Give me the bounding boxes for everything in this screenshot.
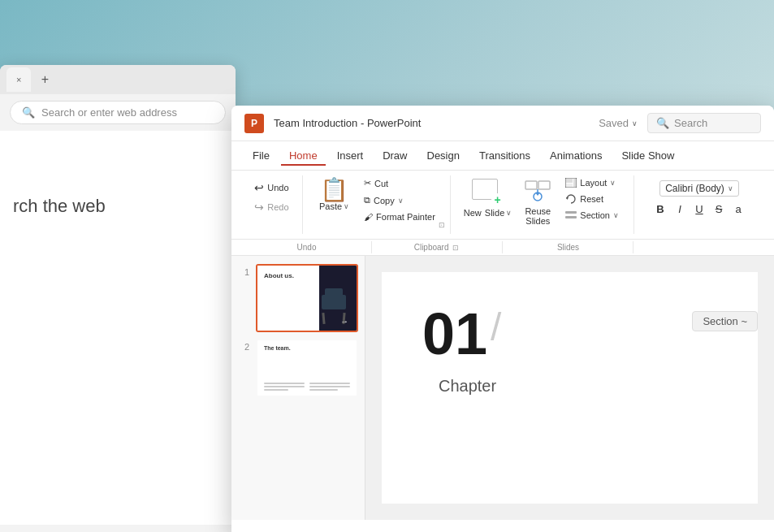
slide-sublabel: Slide bbox=[485, 208, 504, 218]
paste-button[interactable]: 📋 Paste ∨ bbox=[313, 175, 356, 224]
layout-button[interactable]: Layout ∨ bbox=[560, 175, 624, 190]
undo-button[interactable]: ↩ Undo bbox=[249, 179, 293, 197]
col-line bbox=[309, 386, 350, 387]
slide-number-2: 2 bbox=[238, 339, 249, 352]
format-painter-button[interactable]: 🖌 Format Painter bbox=[359, 210, 440, 224]
browser-search-icon: 🔍 bbox=[22, 106, 35, 119]
paste-label-row: Paste ∨ bbox=[319, 201, 349, 211]
ppt-search-icon: 🔍 bbox=[656, 117, 669, 129]
new-slide-chevron: ∨ bbox=[506, 209, 512, 217]
slide-thumbnail-1[interactable]: About us. → bbox=[256, 264, 358, 332]
col-line bbox=[309, 383, 350, 384]
clipboard-small-buttons: ✂ Cut ⧉ Copy ∨ 🖌 Format Painter bbox=[359, 175, 440, 224]
clipboard-buttons: 📋 Paste ∨ ✂ Cut ⧉ Copy ∨ bbox=[313, 175, 440, 224]
new-slide-button[interactable]: + New Slide ∨ bbox=[461, 175, 515, 221]
font-color-button[interactable]: a bbox=[729, 200, 747, 218]
slide-chapter-label: Chapter bbox=[439, 377, 496, 395]
strikethrough-button[interactable]: S bbox=[710, 200, 728, 218]
svg-rect-10 bbox=[565, 211, 577, 214]
ppt-title: Team Introduction - PowerPoint bbox=[274, 117, 589, 129]
layout-label: Layout bbox=[580, 178, 607, 188]
browser-new-tab-button[interactable]: + bbox=[34, 69, 55, 90]
label-undo: Undo bbox=[241, 241, 372, 253]
menu-item-transitions[interactable]: Transitions bbox=[471, 146, 538, 165]
slide-chapter-number: 01 bbox=[422, 305, 487, 363]
layout-section-group: Layout ∨ Reset Section ∨ bbox=[560, 175, 624, 223]
new-label: New bbox=[464, 208, 482, 218]
browser-tab-close[interactable]: × bbox=[16, 75, 21, 84]
thumb-team-text: The team. bbox=[264, 345, 291, 351]
menu-item-insert[interactable]: Insert bbox=[329, 146, 372, 165]
cut-label: Cut bbox=[374, 179, 388, 188]
clipboard-expand[interactable]: ⊡ bbox=[437, 216, 447, 231]
menu-item-design[interactable]: Design bbox=[419, 146, 468, 165]
slide-canvas: 01 / Chapter Section ~ bbox=[382, 272, 758, 504]
reset-button[interactable]: Reset bbox=[560, 192, 624, 206]
clipboard-expand-label[interactable]: ⊡ bbox=[451, 244, 461, 252]
ribbon-font-group: Calibri (Body) ∨ B I U S a bbox=[634, 175, 764, 234]
copy-button[interactable]: ⧉ Copy ∨ bbox=[359, 192, 440, 208]
cut-button[interactable]: ✂ Cut bbox=[359, 175, 440, 191]
thumb-col-2 bbox=[309, 383, 350, 392]
reuse-label: Reuse Slides bbox=[525, 206, 551, 226]
col-line bbox=[264, 386, 305, 387]
copy-label: Copy bbox=[374, 196, 395, 205]
slide-plus-bg: + bbox=[491, 193, 504, 206]
col-line bbox=[264, 383, 305, 384]
browser-tab-bar: × + bbox=[0, 65, 236, 94]
slide-number-1: 1 bbox=[238, 264, 249, 277]
section-button[interactable]: Section ∨ bbox=[560, 208, 624, 223]
font-selector[interactable]: Calibri (Body) ∨ bbox=[659, 180, 739, 197]
reuse-slides-button[interactable]: Reuse Slides bbox=[520, 175, 556, 229]
section-icon bbox=[565, 210, 577, 220]
section-label-overlay[interactable]: Section ~ bbox=[692, 311, 758, 331]
font-chevron: ∨ bbox=[728, 184, 733, 192]
layout-chevron: ∨ bbox=[610, 179, 616, 187]
browser-address-bar[interactable]: 🔍 Search or enter web address bbox=[10, 101, 226, 124]
ribbon-clipboard-group: 📋 Paste ∨ ✂ Cut ⧉ Copy ∨ bbox=[303, 175, 451, 234]
redo-label: Redo bbox=[267, 202, 288, 212]
slide-image-1: About us. → bbox=[257, 266, 357, 331]
ppt-titlebar: P Team Introduction - PowerPoint Saved ∨… bbox=[231, 106, 774, 141]
ribbon-slides-group: + New Slide ∨ bbox=[451, 175, 634, 234]
label-clipboard: Clipboard ⊡ bbox=[372, 241, 503, 253]
slides-buttons: + New Slide ∨ bbox=[461, 175, 624, 229]
redo-icon: ↪ bbox=[254, 201, 264, 214]
thumb-about-text: About us. bbox=[264, 272, 294, 279]
section-chevron: ∨ bbox=[613, 211, 619, 219]
thumb-arrow: → bbox=[340, 317, 348, 326]
ppt-search-box[interactable]: 🔍 Search bbox=[647, 113, 761, 133]
browser-tab[interactable]: × bbox=[6, 67, 31, 92]
label-font bbox=[633, 246, 764, 249]
section-overlay-text: Section ~ bbox=[703, 315, 747, 327]
chair-leg-1 bbox=[322, 313, 325, 324]
menu-item-animations[interactable]: Animations bbox=[542, 146, 610, 165]
ribbon-undo-group: ↩ Undo ↪ Redo bbox=[241, 175, 303, 234]
slide-thumb-2: 2 The team. bbox=[238, 339, 358, 397]
undo-buttons: ↩ Undo ↪ Redo bbox=[249, 175, 293, 216]
label-slides: Slides bbox=[503, 241, 633, 253]
paste-chevron: ∨ bbox=[344, 202, 349, 210]
new-slide-label: New Slide ∨ bbox=[464, 208, 512, 218]
italic-button[interactable]: I bbox=[671, 200, 689, 218]
underline-button[interactable]: U bbox=[690, 200, 708, 218]
paste-icon: 📋 bbox=[320, 179, 348, 201]
svg-rect-6 bbox=[566, 179, 573, 183]
ppt-ribbon: ↩ Undo ↪ Redo 📋 Paste ∨ bbox=[231, 171, 774, 240]
menu-item-home[interactable]: Home bbox=[281, 146, 326, 165]
slide-thumbnail-2[interactable]: The team. bbox=[256, 339, 358, 397]
thumb-columns bbox=[264, 383, 350, 392]
menu-item-slideshow[interactable]: Slide Show bbox=[613, 146, 682, 165]
svg-rect-0 bbox=[525, 181, 537, 189]
undo-icon: ↩ bbox=[254, 181, 264, 194]
svg-rect-1 bbox=[538, 181, 550, 189]
reset-icon bbox=[565, 194, 577, 204]
menu-item-file[interactable]: File bbox=[244, 146, 278, 165]
redo-button[interactable]: ↪ Redo bbox=[249, 198, 293, 216]
menu-item-draw[interactable]: Draw bbox=[374, 146, 415, 165]
reset-label: Reset bbox=[580, 194, 603, 204]
bold-button[interactable]: B bbox=[651, 200, 669, 218]
svg-rect-8 bbox=[566, 184, 573, 187]
browser-content: rch the web bbox=[0, 131, 236, 525]
slides-panel: 1 About us. bbox=[231, 256, 365, 520]
